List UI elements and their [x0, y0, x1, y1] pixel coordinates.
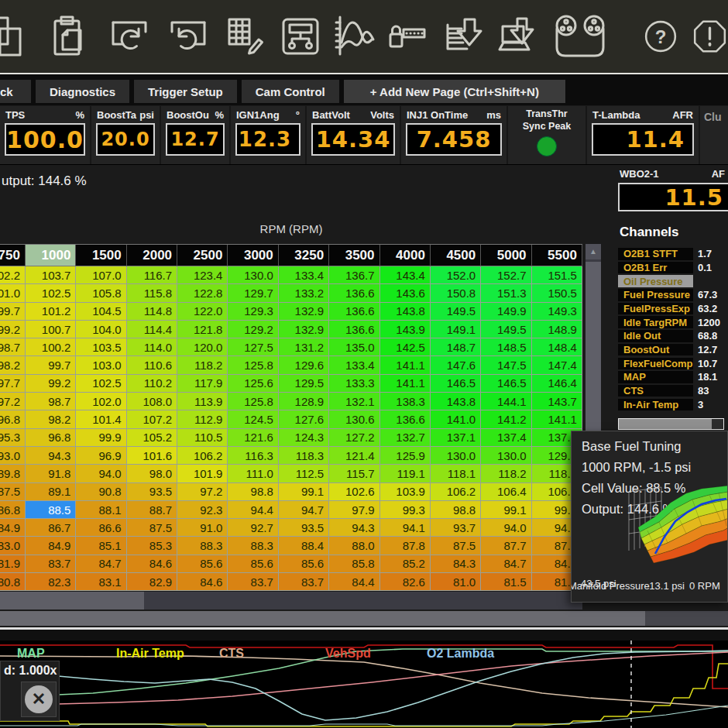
table-cell[interactable]: 99.9	[76, 429, 126, 447]
table-cell[interactable]: 99.7	[26, 356, 76, 374]
table-cell[interactable]: 113.9	[177, 393, 228, 410]
table-cell[interactable]: 150.8	[431, 284, 481, 302]
table-cell[interactable]: 94.1	[380, 519, 431, 537]
table-cell[interactable]: 110.6	[127, 356, 177, 374]
close-button[interactable]: ✕	[21, 682, 57, 717]
table-cell[interactable]: 147.4	[532, 356, 582, 374]
table-cell[interactable]: 84.9	[0, 519, 26, 537]
help-icon[interactable]: ?	[642, 14, 679, 59]
table-cell[interactable]: 130.0	[431, 447, 481, 465]
table-cell[interactable]: 141.1	[380, 375, 431, 393]
table-cell[interactable]: 102.0	[76, 393, 126, 410]
column-header[interactable]: 2500	[177, 245, 228, 266]
table-cell[interactable]: 99.3	[380, 501, 431, 519]
table-cell[interactable]: 147.6	[431, 356, 481, 374]
table-cell[interactable]: 105.8	[76, 284, 126, 302]
window-layout-icon[interactable]	[279, 14, 322, 59]
table-cell[interactable]: 85.6	[279, 555, 329, 573]
table-cell[interactable]: 121.8	[177, 321, 228, 338]
table-cell[interactable]: 144.1	[481, 393, 531, 410]
table-cell[interactable]: 136.6	[380, 410, 431, 428]
log-channel-o2-lambda[interactable]: O2 Lambda	[427, 647, 494, 661]
tab-add-new-page-ctrl-shift-n[interactable]: + Add New Page (Ctrl+Shift+N)	[344, 80, 565, 103]
table-cell[interactable]: 93.5	[127, 483, 177, 501]
table-cell[interactable]: 97.2	[177, 483, 228, 501]
load-to-pc-icon[interactable]	[496, 14, 539, 59]
table-cell[interactable]: 146.5	[431, 375, 481, 393]
warning-icon[interactable]	[692, 14, 728, 59]
table-cell[interactable]: 148.4	[532, 338, 582, 356]
table-cell[interactable]: 149.3	[532, 303, 582, 321]
table-cell[interactable]: 125.8	[228, 393, 278, 410]
table-cell[interactable]: 149.1	[431, 321, 481, 338]
table-cell[interactable]: 94.0	[76, 465, 126, 482]
table-cell[interactable]: 104.5	[76, 303, 126, 321]
table-cell[interactable]: 125.6	[228, 375, 278, 393]
table-cell[interactable]: 84.6	[127, 555, 177, 573]
table-cell[interactable]: 98.2	[0, 356, 26, 374]
table-cell[interactable]: 103.7	[26, 266, 76, 284]
table-cell[interactable]: 121.6	[228, 429, 278, 447]
channel-item-in-air-temp[interactable]: In-Air Temp3	[618, 399, 728, 411]
table-cell[interactable]: 88.3	[177, 537, 228, 555]
table-cell[interactable]: 94.0	[481, 519, 531, 537]
table-cell[interactable]: 92.7	[228, 519, 278, 537]
channels-scroll-thumb[interactable]	[619, 419, 712, 429]
table-cell[interactable]: 103.0	[76, 356, 126, 374]
log-channel-map[interactable]: MAP	[17, 647, 45, 661]
table-cell[interactable]: 148.7	[431, 338, 481, 356]
table-cell[interactable]: 86.7	[26, 519, 76, 537]
column-header[interactable]: 1000	[26, 245, 76, 266]
table-cell[interactable]: 119.1	[380, 465, 431, 482]
table-cell[interactable]: 137.1	[431, 429, 481, 447]
table-cell[interactable]: 130.6	[329, 410, 379, 428]
undo-icon[interactable]	[108, 14, 152, 59]
table-cell[interactable]: 129.5	[279, 375, 329, 393]
table-cell[interactable]: 107.2	[127, 410, 177, 428]
tab-trigger-setup[interactable]: Trigger Setup	[134, 80, 237, 103]
table-cell[interactable]: 80.8	[0, 573, 26, 591]
table-cell[interactable]: 123.4	[177, 266, 228, 284]
table-cell[interactable]: 104.0	[76, 321, 126, 338]
table-cell[interactable]: 99.1	[279, 483, 329, 501]
table-cell[interactable]: 89.8	[0, 465, 26, 482]
table-cell[interactable]: 94.3	[26, 447, 76, 465]
column-header[interactable]: 5000	[481, 245, 531, 266]
table-cell[interactable]: 132.9	[279, 303, 329, 321]
table-cell[interactable]: 110.5	[177, 429, 228, 447]
table-cell[interactable]: 133.4	[329, 356, 379, 374]
table-cell[interactable]: 97.7	[0, 375, 26, 393]
table-cell[interactable]: 97.2	[0, 393, 26, 410]
table-cell[interactable]: 84.4	[329, 573, 379, 591]
table-cell[interactable]: 102.5	[76, 375, 126, 393]
tab-diagnostics[interactable]: Diagnostics	[36, 80, 129, 103]
table-cell[interactable]: 122.8	[177, 284, 228, 302]
table-cell[interactable]: 99.1	[481, 501, 531, 519]
column-header[interactable]: 3500	[329, 245, 379, 266]
column-header[interactable]: 1500	[76, 245, 126, 266]
table-cell[interactable]: 121.4	[329, 447, 379, 465]
table-cell[interactable]: 116.7	[127, 266, 177, 284]
table-cell[interactable]: 149.5	[481, 321, 531, 338]
table-cell[interactable]: 111.0	[228, 465, 278, 482]
password-icon[interactable]	[386, 14, 429, 59]
table-cell[interactable]: 138.3	[380, 393, 431, 410]
table-cell[interactable]: 114.8	[127, 303, 177, 321]
table-cell[interactable]: 133.3	[329, 375, 379, 393]
table-horizontal-scrollbar[interactable]	[0, 592, 582, 610]
table-cell[interactable]: 90.8	[76, 483, 126, 501]
table-cell[interactable]: 129.2	[228, 321, 278, 338]
table-cell[interactable]: 149.5	[431, 303, 481, 321]
table-cell[interactable]: 85.1	[76, 537, 126, 555]
log-channel-in-air-temp[interactable]: In-Air Temp	[116, 647, 184, 661]
table-cell[interactable]: 112.9	[177, 410, 228, 428]
data-log-strip[interactable]: MAP In-Air Temp CTS VehSpd O2 Lambda	[0, 640, 728, 728]
table-cell[interactable]: 94.3	[329, 519, 379, 537]
table-cell[interactable]: 84.7	[481, 555, 531, 573]
table-cell[interactable]: 87.5	[127, 519, 177, 537]
tab-cam-control[interactable]: Cam Control	[242, 80, 339, 103]
table-cell[interactable]: 96.9	[76, 447, 126, 465]
table-cell[interactable]: 83.1	[76, 573, 126, 591]
table-cell[interactable]: 127.5	[228, 338, 278, 356]
table-cell[interactable]: 143.8	[380, 303, 431, 321]
